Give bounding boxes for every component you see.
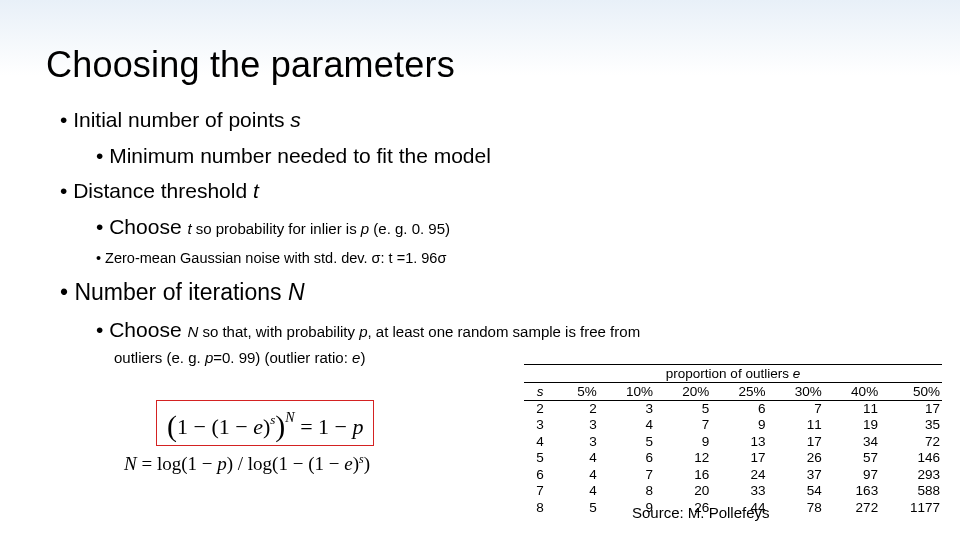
text: = 1 − [295,414,353,439]
table-cell: 272 [824,500,880,516]
table-cell: 37 [768,467,824,483]
table-row: 33479111935 [524,417,942,433]
iterations-table: s5%10%20%25%30%40%50% 223567111733479111… [524,382,942,516]
text: proportion of outliers [666,366,793,381]
bullet-3-sub: Choose N so that, with probability p, at… [96,316,920,344]
table-cell: 57 [824,450,880,466]
table-header-cell: s [524,383,556,401]
table-cell: 4 [599,417,655,433]
table-cell: 72 [880,434,942,450]
bullet-2-sub-1: Choose t so probability for inlier is p … [96,213,920,241]
table-cell: 7 [655,417,711,433]
table-row: 435913173472 [524,434,942,450]
text: (e. g. 0. 95) [373,220,450,237]
table-cell: 2 [524,401,556,418]
var-p: p [205,349,213,366]
table-cell: 24 [711,467,767,483]
table-cell: 20 [655,483,711,499]
table-cell: 17 [711,450,767,466]
text: ) [360,349,365,366]
table-cell: 2 [556,401,599,418]
table-row: 2235671117 [524,401,942,418]
slide-title: Choosing the parameters [46,44,455,86]
var-p: p [359,323,367,340]
bullet-1-sub: Minimum number needed to fit the model [96,142,920,170]
text: so probability for inlier is [196,220,361,237]
table-cell: 4 [556,483,599,499]
table-cell: 54 [768,483,824,499]
text: 1 − (1 − [177,414,253,439]
rparen-outer: ) [275,409,285,442]
table-cell: 11 [824,401,880,418]
table-cell: 5 [556,500,599,516]
text: Distance threshold [73,179,253,202]
table-cell: 8 [524,500,556,516]
table-cell: 8 [599,483,655,499]
table-cell: 163 [824,483,880,499]
table-cell: 3 [556,417,599,433]
var-t: t [187,220,195,237]
table-cell: 5 [524,450,556,466]
table-cell: 9 [711,417,767,433]
bullet-1: Initial number of points s [60,106,920,134]
var-e: e [344,453,352,474]
table-header-cell: 5% [556,383,599,401]
text: 1. 96σ [405,250,446,266]
table-row: 64716243797293 [524,467,942,483]
text: outliers (e. g. [114,349,205,366]
table-cell: 35 [880,417,942,433]
iterations-table-wrap: proportion of outliers e s5%10%20%25%30%… [524,364,942,516]
text: ) [364,453,370,474]
table-cell: 26 [768,450,824,466]
formula-box: (1 − (1 − e)s)N = 1 − p [156,400,374,446]
table-cell: 33 [711,483,767,499]
table-row: 54612172657146 [524,450,942,466]
table-cell: 293 [880,467,942,483]
table-cell: 4 [524,434,556,450]
table-cell: 12 [655,450,711,466]
table-cell: 146 [880,450,942,466]
table-header-cell: 50% [880,383,942,401]
sup-N: N [285,410,294,425]
text: Initial number of points [73,108,290,131]
var-p: p [361,220,374,237]
text: Choose [109,215,187,238]
var-N: N [288,279,305,305]
table-cell: 97 [824,467,880,483]
table-cell: 9 [655,434,711,450]
table-cell: 6 [599,450,655,466]
table-cell: 5 [655,401,711,418]
bullet-2-sub-2: Zero-mean Gaussian noise with std. dev. … [96,249,920,269]
text: ) / log(1 − (1 − [227,453,344,474]
table-row: 748203354163588 [524,483,942,499]
var-p: p [352,414,363,439]
table-body: 2235671117334791119354359131734725461217… [524,401,942,517]
table-cell: 19 [824,417,880,433]
table-cell: 16 [655,467,711,483]
table-header-cell: 30% [768,383,824,401]
formula-probability: (1 − (1 − e)s)N = 1 − p [167,407,363,441]
table-cell: 34 [824,434,880,450]
text: Number of iterations [74,279,287,305]
text: = log(1 − [137,453,218,474]
table-cell: 3 [599,401,655,418]
table-cell: 13 [711,434,767,450]
table-header-cell: 25% [711,383,767,401]
table-cell: 4 [556,467,599,483]
bullet-list: Initial number of points s Minimum numbe… [60,100,920,369]
table-header-cell: 40% [824,383,880,401]
table-cell: 17 [880,401,942,418]
var-e: e [253,414,263,439]
table-cell: 6 [524,467,556,483]
text: Choose [109,318,187,341]
var-s: s [290,108,301,131]
table-cell: 588 [880,483,942,499]
text: , at least one random sample is free fro… [368,323,641,340]
table-header-row: s5%10%20%25%30%40%50% [524,383,942,401]
table-cell: 3 [556,434,599,450]
text: =0. 99) (outlier ratio: [213,349,352,366]
table-cell: 6 [711,401,767,418]
table-cell: 7 [599,467,655,483]
table-cell: 7 [524,483,556,499]
lparen: ( [167,409,177,442]
